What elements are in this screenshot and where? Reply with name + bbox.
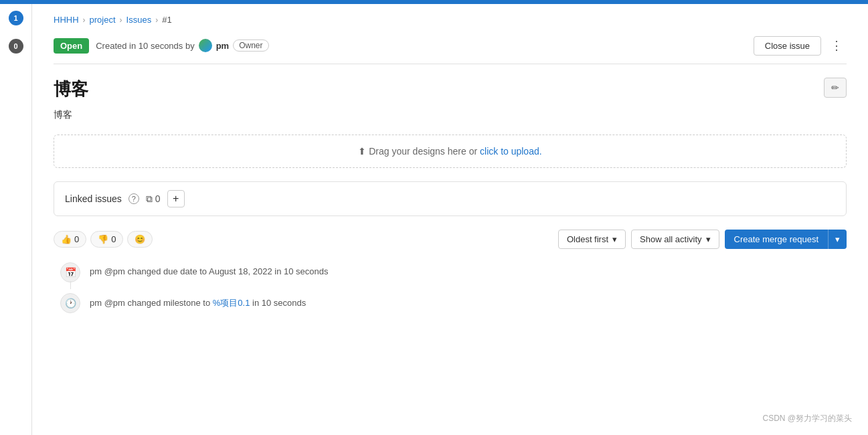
thumbs-up-count: 0 xyxy=(74,234,79,244)
breadcrumb-sep-1: › xyxy=(83,15,86,25)
linked-issues-count: ⧉ 0 xyxy=(146,193,161,205)
thumbs-down-icon: 👎 xyxy=(98,234,108,244)
create-merge-request-button[interactable]: Create merge request xyxy=(725,230,828,249)
reactions-row: 👍 0 👎 0 😊 Oldest first ▾ Show all activi… xyxy=(54,230,847,249)
thumbs-down-button[interactable]: 👎 0 xyxy=(90,231,123,248)
breadcrumb-issues[interactable]: Issues xyxy=(126,15,152,25)
left-sidebar: 1 0 xyxy=(0,4,32,335)
activity-item-1: 📅 pm @pm changed due date to August 18, … xyxy=(60,262,847,282)
activity-clock-icon: 🕐 xyxy=(60,293,80,313)
create-merge-request-dropdown[interactable]: ▾ xyxy=(828,230,847,249)
issue-title-section: 博客 ✏ xyxy=(54,78,847,101)
sidebar-badge-1[interactable]: 1 xyxy=(9,11,23,25)
thumbs-up-button[interactable]: 👍 0 xyxy=(54,231,86,248)
activity-calendar-icon: 📅 xyxy=(60,262,80,282)
upload-icon: ⬆ xyxy=(358,146,366,157)
issue-header-right: Close issue ⋮ xyxy=(754,35,847,56)
status-badge: Open xyxy=(54,38,89,54)
activity-list: 📅 pm @pm changed due date to August 18, … xyxy=(54,262,847,313)
breadcrumb-current: #1 xyxy=(162,15,171,25)
breadcrumb: HHHH › project › Issues › #1 xyxy=(54,15,847,25)
chevron-down-icon-2: ▾ xyxy=(706,234,711,244)
linked-count-value: 0 xyxy=(155,193,161,204)
activity-text-2-before: pm @pm changed milestone to xyxy=(90,298,213,308)
issue-title: 博客 xyxy=(54,78,88,101)
show-all-activity-button[interactable]: Show all activity ▾ xyxy=(631,230,719,249)
breadcrumb-project[interactable]: project xyxy=(90,15,116,25)
emoji-icon: 😊 xyxy=(135,234,145,244)
linked-issues-label: Linked issues xyxy=(65,193,122,204)
author-name[interactable]: pm xyxy=(216,41,230,51)
activity-text-1: pm @pm changed due date to August 18, 20… xyxy=(90,262,329,276)
created-text: Created in 10 seconds by xyxy=(96,41,194,51)
milestone-link[interactable]: %项目0.1 xyxy=(213,298,250,308)
reactions-left: 👍 0 👎 0 😊 xyxy=(54,231,153,248)
reactions-right: Oldest first ▾ Show all activity ▾ Creat… xyxy=(558,230,847,249)
issue-description: 博客 xyxy=(54,109,847,121)
thumbs-down-count: 0 xyxy=(111,234,116,244)
author-role-badge: Owner xyxy=(233,39,268,52)
breadcrumb-hhhh[interactable]: HHHH xyxy=(54,15,79,25)
issue-meta: Created in 10 seconds by pm Owner xyxy=(96,39,268,52)
oldest-first-button[interactable]: Oldest first ▾ xyxy=(558,230,626,249)
issue-header-left: Open Created in 10 seconds by pm Owner xyxy=(54,38,269,54)
oldest-first-label: Oldest first xyxy=(567,234,608,244)
edit-title-button[interactable]: ✏ xyxy=(824,78,847,98)
issue-header: Open Created in 10 seconds by pm Owner C… xyxy=(54,35,847,64)
avatar xyxy=(199,39,212,52)
main-content: HHHH › project › Issues › #1 Open Create… xyxy=(32,4,868,335)
emoji-button[interactable]: 😊 xyxy=(127,231,153,248)
activity-item-2: 🕐 pm @pm changed milestone to %项目0.1 in … xyxy=(60,293,847,313)
chevron-down-icon-3: ▾ xyxy=(835,234,840,244)
show-all-activity-label: Show all activity xyxy=(640,234,701,244)
activity-text-2: pm @pm changed milestone to %项目0.1 in 10… xyxy=(90,293,306,309)
upload-text: Drag your designs here or xyxy=(369,146,477,157)
close-issue-button[interactable]: Close issue xyxy=(754,36,821,56)
upload-link[interactable]: click to upload. xyxy=(480,146,542,157)
upload-area[interactable]: ⬆ Drag your designs here or click to upl… xyxy=(54,135,847,168)
create-merge-request-group: Create merge request ▾ xyxy=(725,230,847,249)
linked-issues-section: Linked issues ? ⧉ 0 + xyxy=(54,181,847,216)
add-linked-issue-button[interactable]: + xyxy=(167,190,185,207)
copy-icon: ⧉ xyxy=(146,193,153,205)
breadcrumb-sep-2: › xyxy=(120,15,122,25)
linked-issues-help-icon[interactable]: ? xyxy=(128,193,139,204)
chevron-down-icon: ▾ xyxy=(612,234,617,244)
breadcrumb-sep-3: › xyxy=(155,15,158,25)
more-options-button[interactable]: ⋮ xyxy=(827,35,847,56)
activity-text-2-after: in 10 seconds xyxy=(252,298,306,308)
sidebar-badge-2[interactable]: 0 xyxy=(9,39,23,54)
thumbs-up-icon: 👍 xyxy=(61,234,72,244)
